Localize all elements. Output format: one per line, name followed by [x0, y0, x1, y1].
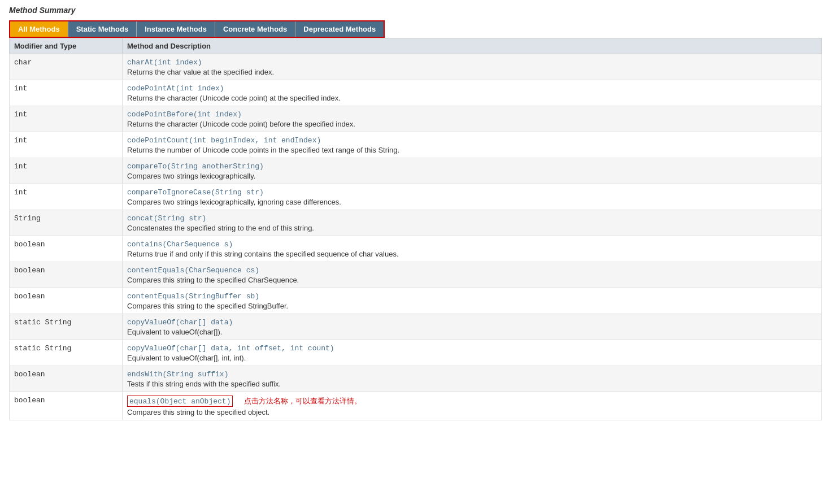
- method-link[interactable]: copyValueOf(char[] data, int offset, int…: [127, 344, 334, 353]
- method-cell: contentEquals(StringBuffer sb)Compares t…: [123, 288, 822, 314]
- table-row: booleanendsWith(String suffix)Tests if t…: [10, 366, 822, 392]
- page-title: Method Summary: [9, 6, 822, 15]
- method-description: Returns true if and only if this string …: [127, 250, 817, 258]
- header-modifier: Modifier and Type: [10, 38, 123, 54]
- method-modifier: boolean: [10, 288, 123, 314]
- table-row: intcompareTo(String anotherString)Compar…: [10, 158, 822, 184]
- method-link[interactable]: endsWith(String suffix): [127, 370, 228, 379]
- method-description: Equivalent to valueOf(char[]).: [127, 328, 817, 336]
- method-modifier: int: [10, 132, 123, 158]
- table-row: static StringcopyValueOf(char[] data)Equ…: [10, 314, 822, 340]
- method-link[interactable]: contentEquals(StringBuffer sb): [127, 292, 259, 301]
- method-link[interactable]: codePointCount(int beginIndex, int endIn…: [127, 136, 321, 145]
- method-cell: concat(String str)Concatenates the speci…: [123, 210, 822, 236]
- method-cell: compareTo(String anotherString)Compares …: [123, 158, 822, 184]
- method-description: Compares this string to the specified ob…: [127, 408, 817, 416]
- table-row: intcompareToIgnoreCase(String str)Compar…: [10, 184, 822, 210]
- method-modifier: boolean: [10, 236, 123, 262]
- method-cell: compareToIgnoreCase(String str)Compares …: [123, 184, 822, 210]
- method-link[interactable]: contentEquals(CharSequence cs): [127, 266, 259, 275]
- method-cell: codePointCount(int beginIndex, int endIn…: [123, 132, 822, 158]
- method-link[interactable]: compareTo(String anotherString): [127, 162, 264, 171]
- method-cell: charAt(int index)Returns the char value …: [123, 54, 822, 80]
- table-row: intcodePointAt(int index)Returns the cha…: [10, 80, 822, 106]
- method-modifier: static String: [10, 314, 123, 340]
- table-row: intcodePointBefore(int index)Returns the…: [10, 106, 822, 132]
- table-row: booleancontentEquals(CharSequence cs)Com…: [10, 262, 822, 288]
- method-description: Returns the character (Unicode code poin…: [127, 94, 817, 102]
- method-cell: endsWith(String suffix)Tests if this str…: [123, 366, 822, 392]
- method-modifier: static String: [10, 340, 123, 366]
- method-link[interactable]: equals(Object anObject): [129, 397, 230, 406]
- table-row: charcharAt(int index)Returns the char va…: [10, 54, 822, 80]
- method-cell: copyValueOf(char[] data)Equivalent to va…: [123, 314, 822, 340]
- method-description: Returns the char value at the specified …: [127, 68, 817, 76]
- method-description: Returns the number of Unicode code point…: [127, 146, 817, 154]
- method-link[interactable]: copyValueOf(char[] data): [127, 318, 233, 327]
- filter-deprecated-methods[interactable]: Deprecated Methods: [295, 21, 384, 37]
- method-modifier: boolean: [10, 392, 123, 420]
- table-row: booleancontains(CharSequence s)Returns t…: [10, 236, 822, 262]
- method-table: Modifier and Type Method and Description…: [9, 38, 822, 420]
- method-description: Compares this string to the specified St…: [127, 302, 817, 310]
- method-description: Concatenates the specified string to the…: [127, 224, 817, 232]
- method-modifier: boolean: [10, 366, 123, 392]
- method-description: Returns the character (Unicode code poin…: [127, 120, 817, 128]
- method-cell: codePointBefore(int index)Returns the ch…: [123, 106, 822, 132]
- method-link[interactable]: codePointAt(int index): [127, 84, 224, 93]
- method-modifier: int: [10, 106, 123, 132]
- method-description: Compares two strings lexicographically.: [127, 172, 817, 180]
- filter-static-methods[interactable]: Static Methods: [68, 21, 137, 37]
- method-modifier: int: [10, 158, 123, 184]
- table-row: booleancontentEquals(StringBuffer sb)Com…: [10, 288, 822, 314]
- method-link[interactable]: compareToIgnoreCase(String str): [127, 188, 264, 197]
- header-method: Method and Description: [123, 38, 822, 54]
- method-description: Compares this string to the specified Ch…: [127, 276, 817, 284]
- method-cell: codePointAt(int index)Returns the charac…: [123, 80, 822, 106]
- filter-instance-methods[interactable]: Instance Methods: [137, 21, 215, 37]
- table-row: booleanequals(Object anObject)点击方法名称，可以查…: [10, 392, 822, 420]
- method-description: Tests if this string ends with the speci…: [127, 380, 817, 388]
- filter-concrete-methods[interactable]: Concrete Methods: [215, 21, 295, 37]
- method-cell: contains(CharSequence s)Returns true if …: [123, 236, 822, 262]
- method-hint: 点击方法名称，可以查看方法详情。: [244, 396, 362, 406]
- method-link[interactable]: charAt(int index): [127, 58, 202, 67]
- filter-bar: All Methods Static Methods Instance Meth…: [9, 20, 385, 38]
- filter-all-methods[interactable]: All Methods: [10, 21, 68, 37]
- method-modifier: int: [10, 184, 123, 210]
- table-row: intcodePointCount(int beginIndex, int en…: [10, 132, 822, 158]
- method-description: Equivalent to valueOf(char[], int, int).: [127, 354, 817, 362]
- method-link[interactable]: concat(String str): [127, 214, 206, 223]
- method-name-highlighted: equals(Object anObject): [127, 396, 233, 407]
- method-modifier: boolean: [10, 262, 123, 288]
- method-cell: contentEquals(CharSequence cs)Compares t…: [123, 262, 822, 288]
- table-row: Stringconcat(String str)Concatenates the…: [10, 210, 822, 236]
- page-wrapper: Method Summary All Methods Static Method…: [9, 6, 822, 420]
- table-row: static StringcopyValueOf(char[] data, in…: [10, 340, 822, 366]
- method-cell: equals(Object anObject)点击方法名称，可以查看方法详情。C…: [123, 392, 822, 420]
- method-description: Compares two strings lexicographically, …: [127, 198, 817, 206]
- method-cell: copyValueOf(char[] data, int offset, int…: [123, 340, 822, 366]
- method-link[interactable]: codePointBefore(int index): [127, 110, 242, 119]
- method-modifier: String: [10, 210, 123, 236]
- method-modifier: int: [10, 80, 123, 106]
- method-modifier: char: [10, 54, 123, 80]
- method-link[interactable]: contains(CharSequence s): [127, 240, 233, 249]
